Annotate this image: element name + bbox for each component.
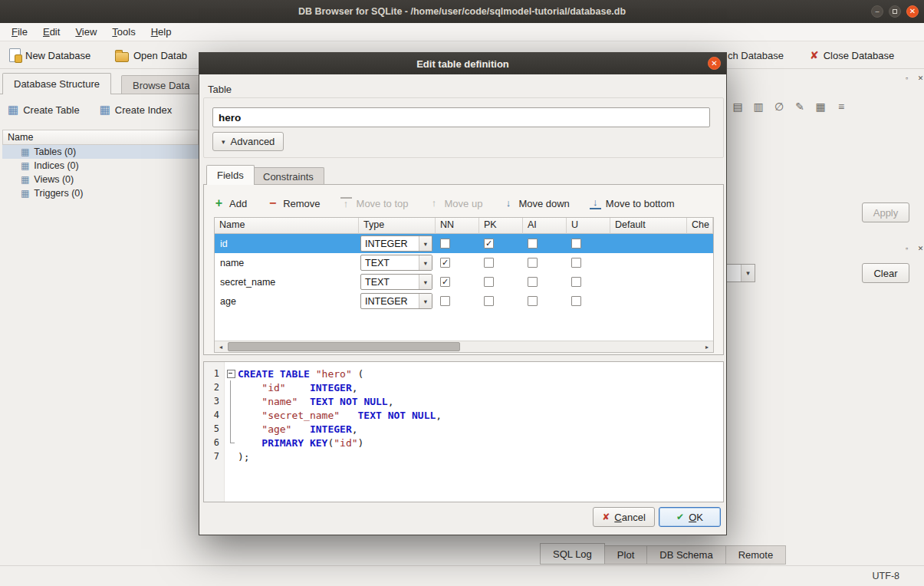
field-row-secret-name[interactable]: secret_nameTEXT▾✓ <box>215 272 713 291</box>
document-icon-button[interactable]: ▤ <box>728 97 747 116</box>
nn-checkbox[interactable] <box>440 296 450 306</box>
menu-help[interactable]: Help <box>143 23 179 41</box>
type-combobox[interactable]: TEXT▾ <box>360 274 432 290</box>
folder-icon-button[interactable]: ▥ <box>749 97 768 116</box>
add-button[interactable]: +Add <box>213 198 247 209</box>
move-to-bottom-button[interactable]: ↓Move to bottom <box>590 197 675 209</box>
scrollbar-thumb[interactable] <box>228 342 460 351</box>
column-header-pk[interactable]: PK <box>479 218 523 234</box>
scroll-left-icon[interactable]: ◂ <box>215 341 227 352</box>
float-dock-icon[interactable]: ▫ <box>902 243 912 253</box>
ai-checkbox[interactable] <box>528 277 538 287</box>
check-cell[interactable] <box>687 272 713 291</box>
type-combobox[interactable]: INTEGER▾ <box>360 293 432 309</box>
bottom-tab-db-schema[interactable]: DB Schema <box>647 545 725 565</box>
apply-button[interactable]: Apply <box>862 202 909 222</box>
u-checkbox[interactable] <box>571 296 581 306</box>
u-checkbox[interactable] <box>571 239 581 249</box>
tree-item-triggers[interactable]: ▦Triggers (0) <box>2 186 199 200</box>
column-header-name[interactable]: Name <box>215 218 359 234</box>
tab-constraints[interactable]: Constraints <box>252 167 324 185</box>
check-cell[interactable] <box>687 291 713 311</box>
encoding-indicator[interactable]: UTF-8 <box>873 571 899 581</box>
ai-checkbox[interactable] <box>528 296 538 306</box>
column-header-che[interactable]: Che <box>687 218 713 234</box>
remove-button[interactable]: −Remove <box>267 198 320 209</box>
move-up-button[interactable]: ↑Move up <box>429 198 483 209</box>
column-header-default[interactable]: Default <box>610 218 687 234</box>
close-window-button[interactable]: ✕ <box>906 5 919 18</box>
menu-view[interactable]: View <box>67 23 104 41</box>
partial-combobox[interactable]: ▾ <box>725 264 755 282</box>
bottom-tab-plot[interactable]: Plot <box>605 545 647 565</box>
tab-fields[interactable]: Fields <box>206 165 255 185</box>
pk-checkbox[interactable] <box>484 258 494 268</box>
tree-header-name[interactable]: Name <box>2 130 199 145</box>
open-database-button[interactable]: Open Datab <box>109 44 193 66</box>
type-combobox[interactable]: INTEGER▾ <box>360 235 432 252</box>
fold-collapse-icon[interactable] <box>225 367 238 380</box>
cancel-button[interactable]: ✘ Cancel <box>593 507 655 527</box>
column-header-nn[interactable]: NN <box>436 218 479 234</box>
null-icon-button[interactable]: ∅ <box>770 97 788 116</box>
ok-button[interactable]: ✔ OK <box>659 507 721 527</box>
default-cell[interactable] <box>610 291 687 311</box>
column-header-ai[interactable]: AI <box>523 218 567 234</box>
clear-button[interactable]: Clear <box>862 263 909 283</box>
attach-database-button-partial[interactable]: ch Database <box>728 50 784 61</box>
tree-item-tables[interactable]: ▦Tables (0) <box>2 145 199 159</box>
move-to-top-button[interactable]: ↑Move to top <box>340 197 409 209</box>
type-combobox[interactable]: TEXT▾ <box>360 255 432 271</box>
create-table-button[interactable]: ▦ Create Table <box>3 99 84 120</box>
tree-item-views[interactable]: ▦Views (0) <box>2 173 199 186</box>
tab-database-structure[interactable]: Database Structure <box>2 73 111 94</box>
table-name-input[interactable] <box>212 107 710 127</box>
grid-icon-button[interactable]: ▦ <box>811 97 830 116</box>
create-index-button[interactable]: ▦ Create Index <box>95 99 177 120</box>
minimize-button[interactable]: – <box>871 5 883 18</box>
field-row-id[interactable]: idINTEGER▾✓ <box>215 234 713 253</box>
menu-tools[interactable]: Tools <box>104 23 143 41</box>
float-dock-icon[interactable]: ▫ <box>902 73 912 83</box>
pk-checkbox[interactable]: ✓ <box>484 239 494 249</box>
list-icon-button[interactable]: ≡ <box>832 97 850 116</box>
field-row-name[interactable]: nameTEXT▾✓ <box>215 253 713 272</box>
u-checkbox[interactable] <box>571 258 581 268</box>
default-cell[interactable] <box>610 272 687 291</box>
new-database-button[interactable]: New Database <box>3 44 97 66</box>
horizontal-scrollbar[interactable]: ◂ ▸ <box>215 341 713 352</box>
column-header-u[interactable]: U <box>567 218 610 234</box>
column-header-type[interactable]: Type <box>359 218 436 234</box>
close-database-button[interactable]: ✘ Close Database <box>804 44 900 66</box>
scroll-right-icon[interactable]: ▸ <box>701 341 713 352</box>
field-name-cell[interactable]: id <box>215 234 359 253</box>
nn-checkbox[interactable]: ✓ <box>440 277 450 287</box>
field-name-cell[interactable]: name <box>215 253 359 272</box>
nn-checkbox[interactable]: ✓ <box>440 258 450 268</box>
close-dock-icon[interactable]: ✕ <box>916 73 924 83</box>
tree-item-indices[interactable]: ▦Indices (0) <box>2 159 199 173</box>
maximize-button[interactable] <box>889 5 901 18</box>
default-cell[interactable] <box>610 234 687 253</box>
field-name-cell[interactable]: age <box>215 291 359 311</box>
pencil-icon-button[interactable]: ✎ <box>791 97 809 116</box>
ai-checkbox[interactable] <box>528 258 538 268</box>
bottom-tab-remote[interactable]: Remote <box>726 545 787 565</box>
field-name-cell[interactable]: secret_name <box>215 272 359 291</box>
check-cell[interactable] <box>687 253 713 272</box>
ai-checkbox[interactable] <box>528 239 538 249</box>
bottom-tab-sql-log[interactable]: SQL Log <box>540 543 605 565</box>
check-cell[interactable] <box>687 234 713 253</box>
u-checkbox[interactable] <box>571 277 581 287</box>
tab-browse-data[interactable]: Browse Data <box>121 75 201 94</box>
field-row-age[interactable]: ageINTEGER▾ <box>215 291 713 311</box>
close-dock-icon[interactable]: ✕ <box>916 243 924 253</box>
menu-edit[interactable]: Edit <box>35 23 67 41</box>
dialog-close-button[interactable]: ✕ <box>708 57 721 70</box>
pk-checkbox[interactable] <box>484 277 494 287</box>
dialog-titlebar[interactable]: Edit table definition ✕ <box>199 53 726 74</box>
pk-checkbox[interactable] <box>484 296 494 306</box>
move-down-button[interactable]: ↓Move down <box>502 198 569 209</box>
window-titlebar[interactable]: DB Browser for SQLite - /home/user/code/… <box>0 0 924 23</box>
default-cell[interactable] <box>610 253 687 272</box>
